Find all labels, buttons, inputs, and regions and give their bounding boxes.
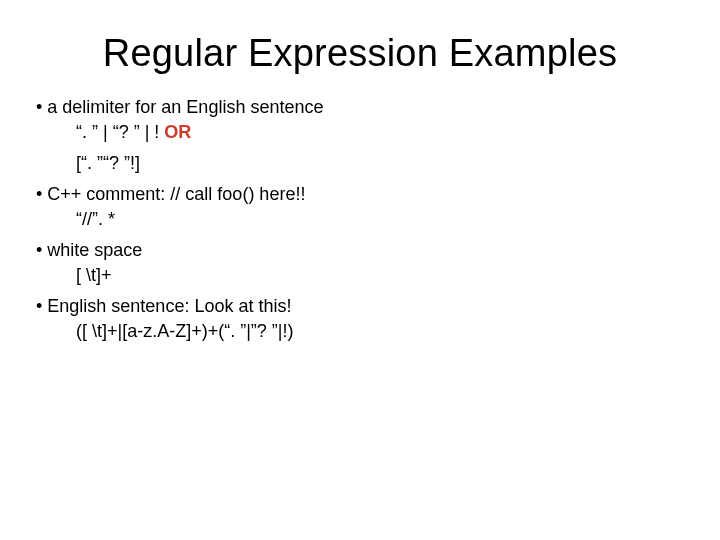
regex-text: “//”. * (76, 209, 115, 229)
sub-whitespace: [ \t]+ (76, 265, 684, 286)
regex-text: [“. ”“? ”!] (76, 153, 140, 173)
bullet-whitespace: • white space (36, 240, 684, 261)
slide-title: Regular Expression Examples (36, 32, 684, 75)
bullet-text: • C++ comment: // call foo() here!! (36, 184, 305, 204)
sub-delimiter-1: “. ” | “? ” | ! OR (76, 122, 684, 143)
bullet-english-sentence: • English sentence: Look at this! (36, 296, 684, 317)
sub-cpp-comment: “//”. * (76, 209, 684, 230)
slide: Regular Expression Examples • a delimite… (0, 0, 720, 540)
bullet-cpp-comment: • C++ comment: // call foo() here!! (36, 184, 684, 205)
sub-delimiter-2: [“. ”“? ”!] (76, 153, 684, 174)
regex-text: [ \t]+ (76, 265, 112, 285)
bullet-text: • a delimiter for an English sentence (36, 97, 323, 117)
regex-text: “. ” | “? ” | ! (76, 122, 164, 142)
bullet-text: • English sentence: Look at this! (36, 296, 291, 316)
bullet-delimiter: • a delimiter for an English sentence (36, 97, 684, 118)
sub-english-sentence: ([ \t]+|[a-z.A-Z]+)+(“. ”|”? ”|!) (76, 321, 684, 342)
regex-text: ([ \t]+|[a-z.A-Z]+)+(“. ”|”? ”|!) (76, 321, 294, 341)
or-label: OR (164, 122, 191, 142)
bullet-text: • white space (36, 240, 142, 260)
